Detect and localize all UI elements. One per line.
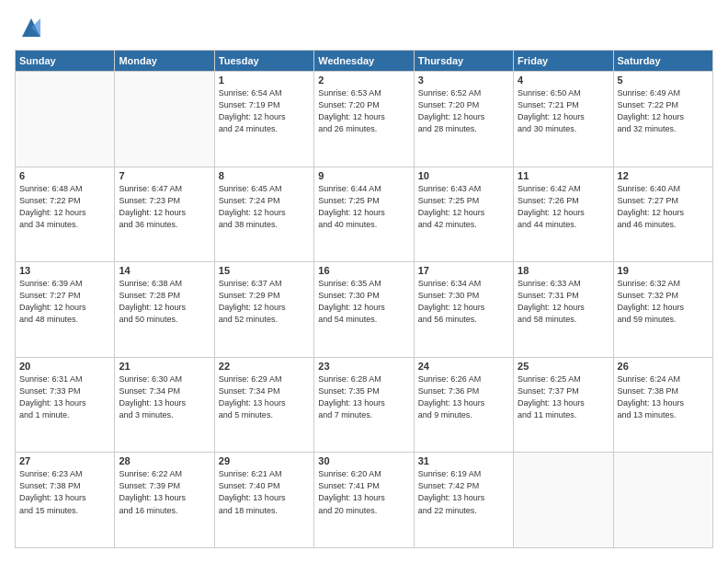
- day-info: Sunrise: 6:43 AMSunset: 7:25 PMDaylight:…: [418, 183, 509, 231]
- calendar-cell: 20Sunrise: 6:31 AMSunset: 7:33 PMDayligh…: [16, 357, 115, 453]
- logo: [15, 15, 44, 40]
- day-number: 5: [618, 75, 709, 86]
- calendar-week-4: 20Sunrise: 6:31 AMSunset: 7:33 PMDayligh…: [16, 357, 713, 453]
- calendar-cell: 10Sunrise: 6:43 AMSunset: 7:25 PMDayligh…: [414, 167, 513, 262]
- day-info: Sunrise: 6:26 AMSunset: 7:36 PMDaylight:…: [418, 373, 509, 421]
- day-info: Sunrise: 6:38 AMSunset: 7:28 PMDaylight:…: [119, 278, 210, 326]
- day-info: Sunrise: 6:39 AMSunset: 7:27 PMDaylight:…: [19, 278, 110, 326]
- day-number: 13: [19, 265, 110, 276]
- day-info: Sunrise: 6:37 AMSunset: 7:29 PMDaylight:…: [219, 278, 310, 326]
- day-number: 9: [318, 170, 409, 181]
- day-number: 23: [318, 361, 409, 372]
- calendar-cell: 25Sunrise: 6:25 AMSunset: 7:37 PMDayligh…: [514, 357, 613, 453]
- day-info: Sunrise: 6:19 AMSunset: 7:42 PMDaylight:…: [418, 468, 509, 516]
- calendar-page: SundayMondayTuesdayWednesdayThursdayFrid…: [0, 0, 728, 563]
- calendar-cell: 24Sunrise: 6:26 AMSunset: 7:36 PMDayligh…: [414, 357, 513, 453]
- day-info: Sunrise: 6:29 AMSunset: 7:34 PMDaylight:…: [219, 373, 310, 421]
- calendar-cell: 17Sunrise: 6:34 AMSunset: 7:30 PMDayligh…: [414, 262, 513, 358]
- calendar-header-friday: Friday: [514, 51, 613, 72]
- day-info: Sunrise: 6:31 AMSunset: 7:33 PMDaylight:…: [19, 373, 110, 421]
- calendar-cell: [115, 72, 214, 167]
- day-number: 8: [219, 170, 310, 181]
- day-info: Sunrise: 6:40 AMSunset: 7:27 PMDaylight:…: [618, 183, 709, 231]
- day-info: Sunrise: 6:34 AMSunset: 7:30 PMDaylight:…: [418, 278, 509, 326]
- calendar-cell: 5Sunrise: 6:49 AMSunset: 7:22 PMDaylight…: [613, 72, 712, 167]
- day-number: 27: [19, 455, 110, 466]
- day-number: 19: [618, 265, 709, 276]
- calendar-cell: 19Sunrise: 6:32 AMSunset: 7:32 PMDayligh…: [613, 262, 712, 358]
- day-info: Sunrise: 6:49 AMSunset: 7:22 PMDaylight:…: [618, 87, 709, 135]
- calendar-week-2: 6Sunrise: 6:48 AMSunset: 7:22 PMDaylight…: [16, 167, 713, 262]
- day-number: 24: [418, 361, 509, 372]
- calendar-cell: 30Sunrise: 6:20 AMSunset: 7:41 PMDayligh…: [314, 453, 414, 548]
- page-header: [15, 15, 713, 40]
- day-info: Sunrise: 6:21 AMSunset: 7:40 PMDaylight:…: [219, 468, 310, 516]
- day-number: 20: [19, 361, 110, 372]
- day-info: Sunrise: 6:28 AMSunset: 7:35 PMDaylight:…: [318, 373, 409, 421]
- day-number: 30: [318, 455, 409, 466]
- day-info: Sunrise: 6:23 AMSunset: 7:38 PMDaylight:…: [19, 468, 110, 516]
- calendar-header-saturday: Saturday: [613, 51, 712, 72]
- calendar-cell: [514, 453, 613, 548]
- calendar-header-thursday: Thursday: [414, 51, 513, 72]
- day-info: Sunrise: 6:22 AMSunset: 7:39 PMDaylight:…: [119, 468, 210, 516]
- calendar-cell: 18Sunrise: 6:33 AMSunset: 7:31 PMDayligh…: [514, 262, 613, 358]
- day-info: Sunrise: 6:20 AMSunset: 7:41 PMDaylight:…: [318, 468, 409, 516]
- calendar-cell: 7Sunrise: 6:47 AMSunset: 7:23 PMDaylight…: [115, 167, 214, 262]
- calendar-cell: 16Sunrise: 6:35 AMSunset: 7:30 PMDayligh…: [314, 262, 414, 358]
- calendar-week-3: 13Sunrise: 6:39 AMSunset: 7:27 PMDayligh…: [16, 262, 713, 358]
- day-number: 29: [219, 455, 310, 466]
- calendar-header-tuesday: Tuesday: [214, 51, 313, 72]
- calendar-cell: 2Sunrise: 6:53 AMSunset: 7:20 PMDaylight…: [314, 72, 414, 167]
- day-info: Sunrise: 6:48 AMSunset: 7:22 PMDaylight:…: [19, 183, 110, 231]
- day-number: 6: [19, 170, 110, 181]
- day-number: 28: [119, 455, 210, 466]
- day-number: 10: [418, 170, 509, 181]
- logo-icon: [18, 15, 44, 40]
- day-info: Sunrise: 6:32 AMSunset: 7:32 PMDaylight:…: [618, 278, 709, 326]
- calendar-cell: [16, 72, 115, 167]
- calendar-week-5: 27Sunrise: 6:23 AMSunset: 7:38 PMDayligh…: [16, 453, 713, 548]
- calendar-header-sunday: Sunday: [16, 51, 115, 72]
- calendar-cell: 1Sunrise: 6:54 AMSunset: 7:19 PMDaylight…: [214, 72, 313, 167]
- calendar-cell: 11Sunrise: 6:42 AMSunset: 7:26 PMDayligh…: [514, 167, 613, 262]
- day-info: Sunrise: 6:35 AMSunset: 7:30 PMDaylight:…: [318, 278, 409, 326]
- calendar-cell: 21Sunrise: 6:30 AMSunset: 7:34 PMDayligh…: [115, 357, 214, 453]
- day-info: Sunrise: 6:45 AMSunset: 7:24 PMDaylight:…: [219, 183, 310, 231]
- calendar-cell: 8Sunrise: 6:45 AMSunset: 7:24 PMDaylight…: [214, 167, 313, 262]
- day-number: 3: [418, 75, 509, 86]
- calendar-cell: 29Sunrise: 6:21 AMSunset: 7:40 PMDayligh…: [214, 453, 313, 548]
- calendar-cell: 6Sunrise: 6:48 AMSunset: 7:22 PMDaylight…: [16, 167, 115, 262]
- calendar-cell: 27Sunrise: 6:23 AMSunset: 7:38 PMDayligh…: [16, 453, 115, 548]
- calendar-cell: 31Sunrise: 6:19 AMSunset: 7:42 PMDayligh…: [414, 453, 513, 548]
- day-number: 21: [119, 361, 210, 372]
- day-number: 15: [219, 265, 310, 276]
- day-info: Sunrise: 6:25 AMSunset: 7:37 PMDaylight:…: [518, 373, 609, 421]
- calendar-cell: 22Sunrise: 6:29 AMSunset: 7:34 PMDayligh…: [214, 357, 313, 453]
- calendar-cell: 26Sunrise: 6:24 AMSunset: 7:38 PMDayligh…: [613, 357, 712, 453]
- day-info: Sunrise: 6:52 AMSunset: 7:20 PMDaylight:…: [418, 87, 509, 135]
- day-number: 7: [119, 170, 210, 181]
- day-info: Sunrise: 6:42 AMSunset: 7:26 PMDaylight:…: [518, 183, 609, 231]
- calendar-week-1: 1Sunrise: 6:54 AMSunset: 7:19 PMDaylight…: [16, 72, 713, 167]
- calendar-header-row: SundayMondayTuesdayWednesdayThursdayFrid…: [16, 51, 713, 72]
- day-number: 1: [219, 75, 310, 86]
- day-number: 31: [418, 455, 509, 466]
- calendar-header-wednesday: Wednesday: [314, 51, 414, 72]
- day-number: 2: [318, 75, 409, 86]
- day-info: Sunrise: 6:47 AMSunset: 7:23 PMDaylight:…: [119, 183, 210, 231]
- calendar-cell: 4Sunrise: 6:50 AMSunset: 7:21 PMDaylight…: [514, 72, 613, 167]
- calendar-cell: 12Sunrise: 6:40 AMSunset: 7:27 PMDayligh…: [613, 167, 712, 262]
- day-info: Sunrise: 6:54 AMSunset: 7:19 PMDaylight:…: [219, 87, 310, 135]
- calendar-cell: 28Sunrise: 6:22 AMSunset: 7:39 PMDayligh…: [115, 453, 214, 548]
- day-number: 4: [518, 75, 609, 86]
- day-info: Sunrise: 6:33 AMSunset: 7:31 PMDaylight:…: [518, 278, 609, 326]
- calendar-cell: 23Sunrise: 6:28 AMSunset: 7:35 PMDayligh…: [314, 357, 414, 453]
- calendar-cell: 13Sunrise: 6:39 AMSunset: 7:27 PMDayligh…: [16, 262, 115, 358]
- day-number: 14: [119, 265, 210, 276]
- calendar-table: SundayMondayTuesdayWednesdayThursdayFrid…: [15, 50, 713, 548]
- day-info: Sunrise: 6:44 AMSunset: 7:25 PMDaylight:…: [318, 183, 409, 231]
- calendar-cell: 3Sunrise: 6:52 AMSunset: 7:20 PMDaylight…: [414, 72, 513, 167]
- day-number: 25: [518, 361, 609, 372]
- day-info: Sunrise: 6:53 AMSunset: 7:20 PMDaylight:…: [318, 87, 409, 135]
